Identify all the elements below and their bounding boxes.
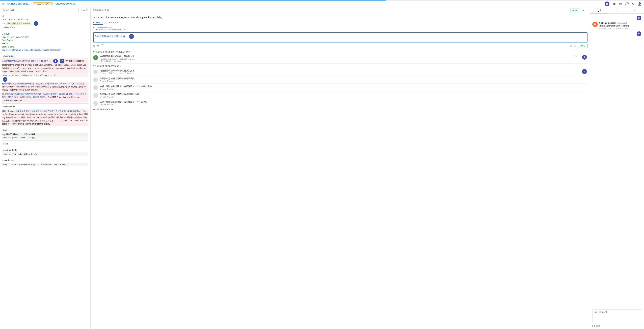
videouri-value: https://scrimba.com/c/cPp7VlD: [2, 36, 88, 39]
breadcrumb-sep2: ›: [54, 3, 54, 5]
done-button[interactable]: DONE: [570, 9, 580, 12]
annotation-4: 4: [582, 55, 587, 60]
copy-tool-btn[interactable]: ⧉: [93, 44, 95, 47]
suggestion-content-3: 为视力缺陷辅助辅助功能的图像添加一个文本替代文件 Crowdin Transla…: [100, 85, 588, 90]
videouri-label: videoUri:: [2, 32, 88, 36]
description2-block: 视觉障碍用户无法通过视觉获取信息，而是通过屏幕阅读器将网页内容转换为音频以获取信…: [2, 82, 88, 92]
vote-count-1: 0: [574, 55, 575, 57]
seed-code: <img src="doingKarateNow.jpeg">: [2, 152, 88, 156]
comment-lang-1: Chinese Simplified: [614, 28, 628, 29]
search-input[interactable]: [2, 8, 79, 12]
translation-time-1: 20 hours ago: [124, 58, 135, 60]
vote-area-1: 0 + −: [574, 55, 579, 58]
description-header: --description--: [2, 55, 88, 58]
layout2-button[interactable]: ▤: [618, 2, 623, 6]
breadcrumb-crowdsourcing[interactable]: CROWDSOURCING: [56, 3, 76, 5]
suggestion-icon-1: ⟳: [93, 70, 98, 74]
expand-tool-btn[interactable]: ⛶: [100, 44, 103, 47]
menu-icon[interactable]: ☰: [2, 2, 5, 6]
context-info-1: Block element text (div): [93, 26, 588, 28]
suggestion-text-1: 为视觉障碍用户添加替代图像的文本: [100, 69, 579, 72]
tab-comments[interactable]: 💬: [590, 7, 608, 14]
id-label: id:: [2, 15, 88, 18]
context-chevron: ▾: [106, 21, 106, 25]
suggestion-content-1: 为视觉障碍用户添加替代图像的文本 Curriculum TM, Perfect …: [100, 69, 579, 74]
challengetype-value: 0: [2, 29, 88, 32]
comment-text-1: This is a demonstration comment.: [599, 25, 642, 27]
suggestion-item-3[interactable]: ⟳ 为视力缺陷辅助辅助功能的图像添加一个文本替代文件 Crowdin Trans…: [93, 84, 588, 92]
dashedname-value: add-a-text-alternative-to-images-for-vis…: [2, 49, 88, 52]
hints-header: --hints--: [2, 129, 88, 132]
breadcrumb-file[interactable]: 📄 ADD-A-TEXT-...: [33, 2, 53, 5]
suggestion-item-5[interactable]: ⟳ 为视力缺陷辅助辅助功能的图像添加一个文本选项 Crowdin Transla…: [93, 99, 588, 107]
issue-checkbox-area: Issue: [592, 325, 642, 327]
prev-button[interactable]: ‹: [581, 9, 582, 12]
breadcrumb-file-label: ADD-A-TEXT-...: [37, 3, 52, 5]
translation-time-1b: 17 hours ago: [110, 60, 121, 62]
translation-toolbar: ⧉ 🗑 ⛶ 68 · 16 SAVE: [93, 44, 588, 48]
annotation-6: 6: [129, 34, 134, 39]
instructions-header: --instructions--: [2, 105, 88, 108]
suggestion-meta-5: Crowdin Translate: [100, 104, 588, 106]
suggestion-text-4: 在图像中添加视力缺陷辅助辅助辅助功能: [100, 93, 588, 96]
delete-tool-btn[interactable]: 🗑: [96, 44, 99, 47]
user-button[interactable]: 👤: [637, 2, 642, 6]
green-dot: ●: [100, 60, 101, 62]
suggestion-icon-2: ⟳: [93, 77, 98, 82]
translation-author-1: Translations Bot (camperbot): [100, 58, 123, 60]
translation-text: 为视觉障碍用户添加替代图像…: [95, 35, 128, 38]
new-comment-input[interactable]: [592, 309, 642, 323]
title-value: 为视觉障碍用户添加替代图…: [6, 22, 32, 25]
context-info-2: XPath: /div[@id='front-matter']/ul/li[2]…: [93, 28, 588, 30]
layout1-button[interactable]: ▣: [612, 2, 616, 6]
dashedname-label: dashedName:: [2, 45, 88, 49]
suggestion-item-1[interactable]: ⟳ 为视觉障碍用户添加替代图像的文本 Curriculum TM, Perfec…: [93, 68, 588, 76]
tm-section-bar: TM AND MT SUGGESTIONS ▾: [93, 64, 588, 68]
seed-header: --seed--: [2, 142, 88, 146]
issue-checkbox[interactable]: [592, 325, 594, 327]
settings-button[interactable]: ⚙: [631, 2, 636, 6]
vote-down-1[interactable]: −: [578, 55, 579, 58]
translation-icon-1: ✓: [93, 55, 98, 60]
translation-meta-1: Translations Bot (camperbot) 20 hours ag…: [100, 58, 572, 60]
translations-section-bar: CHINESE SIMPLIFIED TRANSLATIONS ▾: [93, 49, 588, 54]
eye-icon[interactable]: 👁: [86, 9, 89, 12]
hints-code: assert($('img').attr('alt'));: [2, 136, 88, 140]
translation-box[interactable]: 为视觉障碍用户添加替代图像… 6: [93, 32, 588, 43]
solutions-header: --solutions--: [2, 159, 88, 162]
suggestion-meta-1: Curriculum TM, Perfect match, 5 days ago: [100, 72, 579, 74]
breadcrumb-project[interactable]: CHINESE SIMPLIFIE...: [8, 3, 30, 5]
annotation-3: 3: [3, 77, 8, 82]
tab-warning[interactable]: ⚠: [626, 7, 644, 14]
suggestion-item-2[interactable]: ⟳ 在图像中添加视力障碍辅助辅助功能 Crowdin Translate: [93, 76, 588, 84]
vote-up-1[interactable]: +: [576, 55, 577, 58]
annotation-8: 8: [636, 16, 641, 20]
annotation-7: 7: [34, 21, 38, 26]
other-languages[interactable]: OTHER LANGUAGES ▸: [93, 107, 588, 111]
suggestion-text-5: 为视力缺陷辅助辅助功能的图像添加一个文本选项: [100, 101, 588, 104]
annotation-5: 5: [582, 69, 587, 74]
suggestion-content-2: 在图像中添加视力障碍辅助辅助功能 Crowdin Translate: [100, 77, 588, 82]
more-button[interactable]: ⋮: [585, 9, 588, 12]
left-panel: ≡ ✏ 👁 id: 587d774c367417b2b2512a9c title…: [0, 7, 90, 329]
request-tab[interactable]: REQUEST: [109, 21, 119, 25]
chat-button[interactable]: 💬: [624, 2, 629, 6]
hints-text: img 标签应该包含一个非空的 alt 属性。: [2, 133, 88, 136]
edit-icon[interactable]: ✏: [83, 9, 85, 12]
annotation-2: 2: [60, 59, 64, 64]
file-icon: 📄: [34, 3, 36, 5]
tab-list[interactable]: ☰: [608, 7, 626, 14]
list-icon[interactable]: ≡: [80, 9, 82, 12]
mid-panel: SOURCE STRING DONE ‹ › ⋮ Add a Text Alte…: [90, 7, 590, 329]
breadcrumb: CHINESE SIMPLIFIE... › 📄 ADD-A-TEXT-... …: [8, 2, 76, 5]
desc2-zh: 视觉障碍用户无法通过视觉获取信息，而是通过屏幕阅读器将网页内容转换为音频以获取信…: [2, 82, 86, 85]
suggestion-item-4[interactable]: ⟳ 在图像中添加视力缺陷辅助辅助辅助功能 Crowdin Translate: [93, 92, 588, 99]
comment-item-1: N Nicholas Carrigan (nhcarrigan) This is…: [592, 22, 642, 29]
context-tab[interactable]: CONTEXT: [93, 21, 103, 25]
annotation-area: 8: [592, 16, 642, 20]
id-value: 587d774c367417b2b2512a9c: [2, 18, 88, 21]
translation-author-1b: S1ngS1ng: [101, 60, 110, 62]
comment-time-1: a few seconds ago: [599, 28, 613, 29]
save-button[interactable]: SAVE: [577, 44, 588, 48]
next-button[interactable]: ›: [583, 9, 584, 12]
